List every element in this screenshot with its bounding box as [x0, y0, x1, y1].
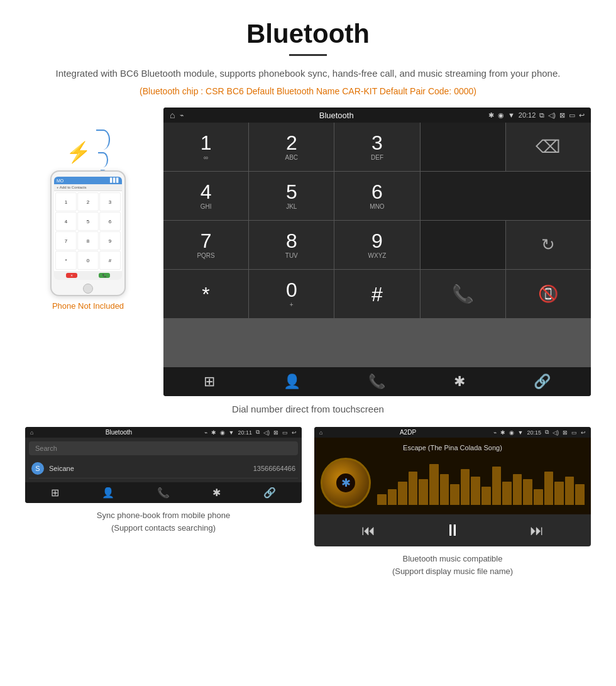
music-content: Escape (The Pina Colada Song) ✱: [314, 438, 591, 514]
dial-key-star[interactable]: *: [163, 270, 248, 318]
phone-key-1[interactable]: 1: [55, 192, 77, 211]
phonebook-back[interactable]: ↩: [292, 429, 297, 436]
car-status-icons: ✱ ◉ ▼ 20:12 ⧉ ◁) ⊠ ▭ ↩: [488, 111, 585, 119]
car-bottom-contacts-icon[interactable]: 👤: [283, 373, 300, 390]
dial-key-empty-r3c4: [421, 221, 505, 269]
car-volume-icon[interactable]: ◁): [548, 111, 556, 119]
phone-key-2[interactable]: 2: [77, 192, 99, 211]
phone-key-3[interactable]: 3: [99, 192, 121, 211]
music-controls: ⏮ ⏸ ⏭: [314, 514, 591, 546]
dial-key-7[interactable]: 7PQRS: [163, 221, 248, 269]
music-signal: ▼: [518, 429, 524, 436]
phone-illustration: ⚡ MO ▋▋▋ + Add to Contacts 1 2 3: [25, 108, 151, 311]
dialpad-grid: 1∞ 2ABC 3DEF ⌫ 4GHI 5JKL 6MNO: [163, 123, 591, 367]
dial-key-8[interactable]: 8TUV: [249, 221, 334, 269]
phonebook-title: Bluetooth: [37, 429, 200, 436]
music-status-bar: ⌂ A2DP ⌁ ✱ ◉ ▼ 20:15 ⧉ ◁) ⊠ ▭ ↩: [314, 427, 591, 438]
music-cam[interactable]: ⧉: [545, 429, 549, 436]
music-prev-icon[interactable]: ⏮: [361, 523, 375, 539]
music-play-pause-icon[interactable]: ⏸: [444, 521, 461, 540]
music-screen: ⌂ A2DP ⌁ ✱ ◉ ▼ 20:15 ⧉ ◁) ⊠ ▭ ↩ Escape (…: [314, 427, 591, 546]
car-dial-screen: ⌂ ⌁ Bluetooth ✱ ◉ ▼ 20:12 ⧉ ◁) ⊠ ▭ ↩ 1∞ …: [163, 108, 591, 396]
phone-end-call-btn[interactable]: ✕: [66, 273, 77, 278]
dial-key-9[interactable]: 9WXYZ: [334, 221, 419, 269]
phonebook-vol[interactable]: ◁): [263, 429, 270, 436]
car-time: 20:12: [519, 111, 536, 119]
pb-bottom-grid[interactable]: ⊞: [51, 487, 59, 499]
phonebook-win[interactable]: ▭: [282, 429, 288, 436]
car-bottom-phone-icon[interactable]: 📞: [368, 373, 385, 390]
car-signal-icon: ▼: [508, 111, 515, 119]
car-location-icon: ◉: [498, 111, 504, 119]
phonebook-home-icon[interactable]: ⌂: [30, 429, 33, 436]
phone-key-4[interactable]: 4: [55, 212, 77, 231]
chip-info-text: (Bluetooth chip : CSR BC6 Default Blueto…: [0, 86, 616, 96]
music-time: 20:15: [527, 429, 541, 436]
music-bt: ✱: [500, 429, 505, 436]
dial-key-1[interactable]: 1∞: [163, 123, 248, 171]
phonebook-loc: ◉: [220, 429, 225, 436]
music-item: ⌂ A2DP ⌁ ✱ ◉ ▼ 20:15 ⧉ ◁) ⊠ ▭ ↩ Escape (…: [314, 427, 591, 577]
music-win[interactable]: ▭: [571, 429, 577, 436]
phonebook-time: 20:11: [238, 429, 252, 436]
bluetooth-signal-graphic: ⚡: [66, 126, 110, 164]
phone-key-0[interactable]: 0: [77, 251, 99, 270]
contact-row[interactable]: S Seicane 13566664466: [29, 459, 298, 479]
phonebook-cam[interactable]: ⧉: [256, 429, 260, 436]
phone-not-included-label: Phone Not Included: [52, 301, 124, 311]
lower-screenshots: ⌂ Bluetooth ⌁ ✱ ◉ ▼ 20:11 ⧉ ◁) ⊠ ▭ ↩ Sea…: [0, 427, 616, 577]
phone-home-button[interactable]: [83, 284, 93, 294]
contact-phone: 13566664466: [253, 465, 295, 472]
music-close[interactable]: ⊠: [563, 429, 568, 436]
album-art: ✱: [321, 458, 371, 508]
phone-key-6[interactable]: 6: [99, 212, 121, 231]
music-main: ✱: [321, 458, 585, 508]
pb-bottom-phone[interactable]: 📞: [157, 487, 170, 499]
car-camera-icon[interactable]: ⧉: [539, 111, 544, 119]
pb-bottom-user[interactable]: 👤: [102, 487, 114, 499]
dial-key-empty-r1c4: [421, 123, 505, 171]
music-next-icon[interactable]: ⏭: [530, 523, 544, 539]
dial-key-2[interactable]: 2ABC: [249, 123, 334, 171]
dial-key-reload[interactable]: ↻: [506, 221, 591, 269]
car-close-icon[interactable]: ⊠: [559, 111, 565, 119]
dial-key-0[interactable]: 0+: [249, 270, 334, 318]
car-back-icon[interactable]: ↩: [579, 111, 585, 119]
phone-key-9[interactable]: 9: [99, 231, 121, 250]
phone-key-7[interactable]: 7: [55, 231, 77, 250]
dial-key-3[interactable]: 3DEF: [334, 123, 419, 171]
car-bottom-grid-icon[interactable]: ⊞: [204, 373, 215, 390]
music-vol[interactable]: ◁): [553, 429, 559, 436]
music-home-icon[interactable]: ⌂: [319, 429, 322, 436]
phone-key-star[interactable]: *: [55, 251, 77, 270]
dial-key-call[interactable]: 📞: [421, 270, 505, 318]
pb-bottom-link[interactable]: 🔗: [263, 487, 276, 499]
phonebook-content: Search S Seicane 13566664466: [25, 438, 302, 482]
phone-key-8[interactable]: 8: [77, 231, 99, 250]
phone-body: MO ▋▋▋ + Add to Contacts 1 2 3 4 5 6 7 8…: [50, 170, 126, 296]
music-back[interactable]: ↩: [581, 429, 586, 436]
phonebook-usb: ⌁: [204, 429, 207, 436]
music-title: A2DP: [326, 429, 489, 436]
dial-key-4[interactable]: 4GHI: [163, 172, 248, 220]
phonebook-search-bar[interactable]: Search: [29, 441, 298, 455]
dial-key-backspace[interactable]: ⌫: [506, 123, 591, 171]
car-window-icon[interactable]: ▭: [569, 111, 575, 119]
car-bottom-link-icon[interactable]: 🔗: [534, 373, 551, 390]
phone-key-hash[interactable]: #: [99, 251, 121, 270]
dial-key-hangup[interactable]: 📵: [506, 270, 591, 318]
phone-call-btn[interactable]: 📞: [99, 273, 110, 278]
dial-key-hash[interactable]: #: [334, 270, 419, 318]
pb-bottom-bt[interactable]: ✱: [212, 487, 221, 499]
phonebook-close[interactable]: ⊠: [273, 429, 278, 436]
dial-key-5[interactable]: 5JKL: [249, 172, 334, 220]
signal-arc-large: [96, 130, 110, 150]
car-bottom-bt-icon[interactable]: ✱: [454, 373, 465, 390]
dial-key-6[interactable]: 6MNO: [334, 172, 419, 220]
phone-key-5[interactable]: 5: [77, 212, 99, 231]
car-home-icon[interactable]: ⌂: [170, 110, 175, 120]
phone-keypad: 1 2 3 4 5 6 7 8 9 * 0 #: [54, 191, 122, 271]
phonebook-status-bar: ⌂ Bluetooth ⌁ ✱ ◉ ▼ 20:11 ⧉ ◁) ⊠ ▭ ↩: [25, 427, 302, 438]
phone-carrier: MO: [57, 179, 63, 183]
dial-screen-caption: Dial number direct from touchscreen: [0, 404, 616, 414]
